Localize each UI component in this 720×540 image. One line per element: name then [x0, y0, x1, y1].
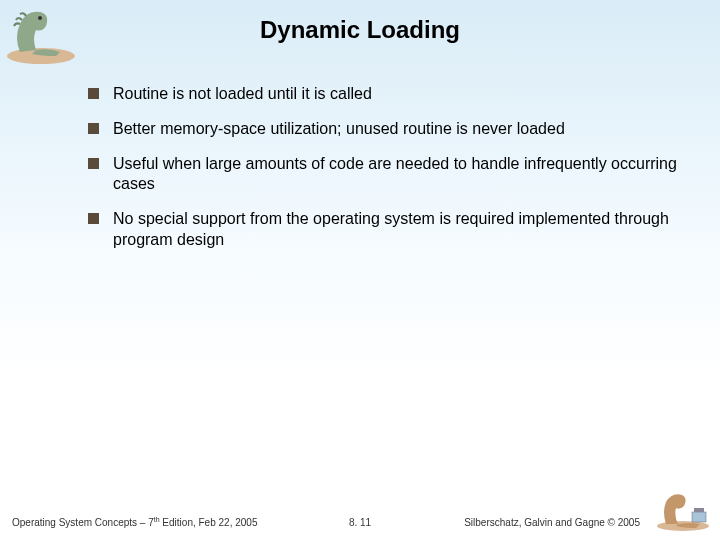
- slide-number: 8. 11: [349, 517, 371, 528]
- footer-left: Operating System Concepts – 7th Edition,…: [12, 516, 257, 528]
- dinosaur-logo-top-icon: [2, 2, 80, 66]
- list-item: No special support from the operating sy…: [88, 209, 680, 251]
- bullet-icon: [88, 123, 99, 134]
- slide-footer: Operating System Concepts – 7th Edition,…: [0, 516, 720, 528]
- bullet-text: Better memory-space utilization; unused …: [113, 119, 565, 140]
- footer-copyright: Silberschatz, Galvin and Gagne © 2005: [464, 517, 640, 528]
- svg-point-1: [38, 16, 42, 20]
- bullet-icon: [88, 88, 99, 99]
- bullet-icon: [88, 158, 99, 169]
- footer-date: Edition, Feb 22, 2005: [160, 517, 258, 528]
- bullet-list: Routine is not loaded until it is called…: [0, 84, 720, 251]
- list-item: Better memory-space utilization; unused …: [88, 119, 680, 140]
- list-item: Routine is not loaded until it is called: [88, 84, 680, 105]
- svg-rect-3: [692, 512, 706, 522]
- footer-book-title: Operating System Concepts – 7: [12, 517, 154, 528]
- bullet-text: Routine is not loaded until it is called: [113, 84, 372, 105]
- slide-title: Dynamic Loading: [0, 0, 720, 84]
- bullet-icon: [88, 213, 99, 224]
- svg-rect-4: [694, 508, 704, 512]
- bullet-text: Useful when large amounts of code are ne…: [113, 154, 680, 196]
- list-item: Useful when large amounts of code are ne…: [88, 154, 680, 196]
- dinosaur-logo-bottom-icon: [654, 488, 712, 532]
- bullet-text: No special support from the operating sy…: [113, 209, 680, 251]
